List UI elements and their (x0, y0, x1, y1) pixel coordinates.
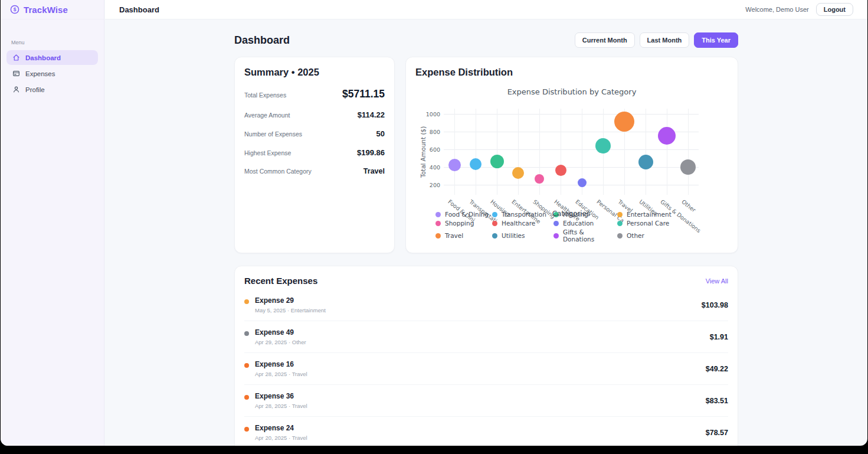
expense-list-item[interactable]: Expense 24 Apr 20, 2025 · Travel $78.57 (244, 416, 728, 446)
legend-label: Gifts & Donations (563, 228, 617, 243)
expense-list: Expense 29 May 5, 2025 · Entertainment $… (244, 289, 728, 446)
expense-info: Expense 29 May 5, 2025 · Entertainment (255, 296, 696, 313)
topbar: Dashboard Welcome, Demo User Logout (105, 0, 867, 19)
filter-last-month-button[interactable]: Last Month (640, 32, 690, 48)
v-gridline (518, 109, 519, 195)
expense-amount: $49.22 (706, 365, 728, 373)
summary-label: Total Expenses (244, 92, 286, 99)
filter-this-year-button[interactable]: This Year (694, 32, 738, 48)
expense-meta: Apr 28, 2025 · Travel (255, 371, 700, 377)
bubble-entertainment[interactable] (512, 167, 524, 179)
summary-row: Average Amount $114.22 (244, 110, 385, 119)
legend-dot (492, 233, 497, 239)
view-all-link[interactable]: View All (706, 277, 728, 285)
legend-item-travel[interactable]: Travel (435, 228, 492, 243)
h-gridline (444, 114, 699, 115)
legend-item-transportation[interactable]: Transportation (492, 211, 553, 218)
recent-expenses-card: Recent Expenses View All Expense 29 May … (234, 266, 738, 446)
legend-dot (435, 233, 441, 239)
y-tick-label: 200 (418, 182, 440, 188)
expense-amount: $83.51 (706, 397, 728, 405)
app-window: $ TrackWise Menu Dashboard (1, 0, 867, 446)
bubble-housing[interactable] (490, 155, 504, 168)
topbar-right: Welcome, Demo User Logout (745, 3, 853, 16)
category-dot (244, 427, 249, 432)
legend-label: Transportation (502, 211, 546, 218)
dollar-circle-icon: $ (10, 5, 19, 14)
summary-value: $114.22 (358, 110, 385, 119)
legend-item-entertainment[interactable]: Entertainment (617, 211, 695, 218)
summary-label: Average Amount (244, 112, 290, 119)
legend-item-food-dining[interactable]: Food & Dining (435, 211, 492, 218)
sidebar-item-profile[interactable]: Profile (6, 82, 98, 97)
legend-dot (617, 233, 623, 239)
legend-label: Healthcare (502, 220, 535, 227)
sidebar-item-label: Profile (25, 86, 45, 93)
summary-row: Most Common Category Travel (244, 167, 385, 175)
v-gridline (454, 109, 455, 195)
welcome-text: Welcome, Demo User (745, 6, 808, 13)
expense-info: Expense 36 Apr 28, 2025 · Travel (255, 392, 700, 409)
logout-button[interactable]: Logout (816, 3, 853, 16)
legend-item-personal-care[interactable]: Personal Care (617, 220, 695, 227)
expense-meta: May 5, 2025 · Entertainment (255, 307, 696, 313)
legend-dot (492, 212, 497, 217)
receipt-icon (12, 70, 20, 77)
bubble-food-dining[interactable] (448, 159, 461, 171)
bubble-gifts-donations[interactable] (658, 127, 676, 145)
bubble-education[interactable] (578, 178, 587, 187)
summary-row: Total Expenses $5711.15 (244, 88, 385, 100)
sidebar-nav: Dashboard Expenses Profile (1, 50, 104, 97)
summary-row: Highest Expense $199.86 (244, 148, 385, 157)
filter-current-month-button[interactable]: Current Month (575, 32, 635, 48)
legend-dot (617, 212, 623, 217)
bubble-personal-care[interactable] (595, 138, 611, 153)
legend-label: Entertainment (627, 211, 672, 218)
summary-value: 50 (376, 129, 385, 138)
legend-label: Shopping (445, 220, 474, 227)
bubble-transportation[interactable] (470, 158, 482, 170)
x-axis-title: Categories (552, 210, 591, 218)
expense-meta: Apr 20, 2025 · Travel (255, 435, 700, 441)
bubble-travel[interactable] (614, 112, 634, 132)
expense-name: Expense 24 (255, 424, 700, 432)
legend-dot (553, 233, 559, 239)
summary-card: Summary • 2025 Total Expenses $5711.15 A… (234, 57, 395, 253)
category-dot (244, 299, 249, 304)
expense-distribution-card: Expense Distribution Expense Distributio… (405, 57, 738, 253)
expense-name: Expense 29 (255, 296, 696, 305)
legend-label: Travel (445, 232, 463, 239)
sidebar-item-label: Dashboard (25, 54, 61, 61)
bubble-shopping[interactable] (535, 174, 544, 184)
summary-label: Highest Expense (244, 149, 291, 156)
legend-label: Other (627, 232, 644, 239)
bubble-healthcare[interactable] (555, 165, 566, 176)
summary-title: Summary • 2025 (244, 67, 385, 78)
bubble-utilities[interactable] (638, 155, 653, 169)
legend-item-gifts-donations[interactable]: Gifts & Donations (553, 228, 617, 243)
legend-item-healthcare[interactable]: Healthcare (492, 220, 553, 227)
legend-item-education[interactable]: Education (553, 220, 617, 227)
expense-list-item[interactable]: Expense 16 Apr 28, 2025 · Travel $49.22 (244, 352, 728, 384)
sidebar: $ TrackWise Menu Dashboard (1, 0, 104, 446)
legend-dot (435, 212, 441, 217)
v-gridline (476, 109, 476, 195)
y-tick-label: 400 (418, 164, 440, 171)
bubble-other[interactable] (680, 159, 696, 175)
expense-list-item[interactable]: Expense 29 May 5, 2025 · Entertainment $… (244, 289, 728, 321)
summary-value: $5711.15 (342, 88, 385, 100)
y-tick-label: 800 (418, 129, 440, 135)
h-gridline (444, 185, 699, 185)
expense-list-item[interactable]: Expense 36 Apr 28, 2025 · Travel $83.51 (244, 384, 728, 416)
legend-item-shopping[interactable]: Shopping (435, 220, 492, 227)
brand-logo[interactable]: $ TrackWise (10, 5, 68, 15)
recent-expenses-header: Recent Expenses View All (244, 276, 728, 286)
time-filter-group: Current Month Last Month This Year (575, 32, 738, 48)
expense-list-item[interactable]: Expense 49 Apr 29, 2025 · Other $1.91 (244, 321, 728, 352)
sidebar-item-dashboard[interactable]: Dashboard (6, 50, 98, 65)
legend-item-other[interactable]: Other (617, 228, 695, 243)
legend-item-utilities[interactable]: Utilities (492, 228, 553, 243)
menu-section-label: Menu (11, 40, 93, 45)
sidebar-item-expenses[interactable]: Expenses (6, 66, 98, 81)
legend-label: Utilities (502, 232, 525, 239)
